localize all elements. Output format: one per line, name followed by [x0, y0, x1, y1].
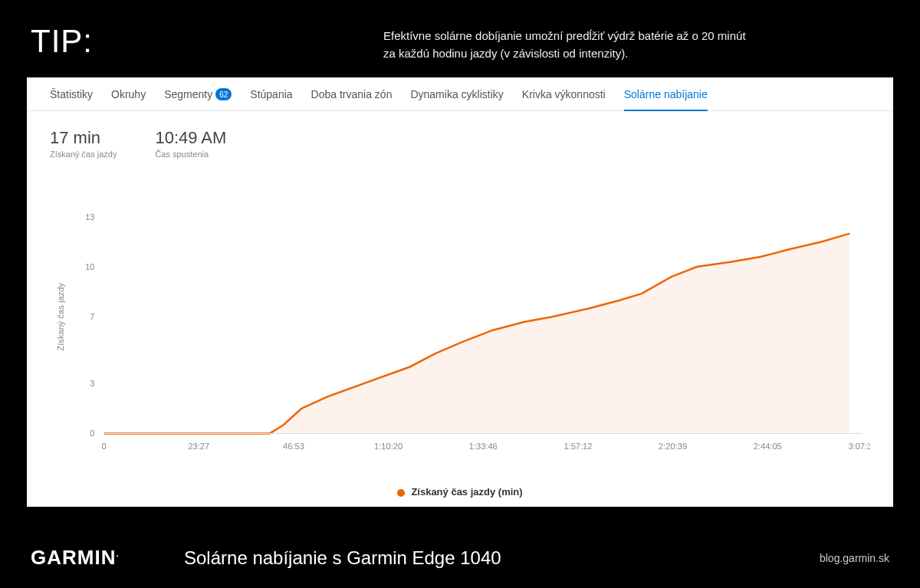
chart-card: ŠtatistikyOkruhySegmenty62StúpaniaDoba t… — [27, 77, 893, 507]
tab-dynamika-cyklistiky[interactable]: Dynamika cyklistiky — [410, 88, 503, 110]
gained-time-label: Získaný čas jazdy — [50, 149, 117, 159]
tip-text-line2: za každú hodinu jazdy (v závislosti od i… — [383, 47, 628, 60]
garmin-logo: GARMIN. — [31, 546, 184, 570]
svg-text:2:44:05: 2:44:05 — [754, 442, 782, 451]
tab-krivka-v-konnosti[interactable]: Krivka výkonnosti — [522, 88, 606, 110]
tab-st-pania[interactable]: Stúpania — [250, 88, 292, 110]
svg-text:1:57:12: 1:57:12 — [564, 442, 592, 451]
chart-area: 0371013Získaný čas jazdy023:2746:531:10:… — [50, 192, 870, 465]
svg-text:3:07:32: 3:07:32 — [848, 442, 870, 451]
tab-doba-trvania-z-n[interactable]: Doba trvania zón — [311, 88, 393, 110]
footer-title: Solárne nabíjanie s Garmin Edge 1040 — [184, 547, 820, 569]
legend-label: Získaný čas jazdy (min) — [411, 486, 522, 498]
tab-sol-rne-nab-janie[interactable]: Solárne nabíjanie — [624, 88, 708, 110]
footer-site: blog.garmin.sk — [820, 552, 889, 564]
svg-text:10: 10 — [85, 262, 94, 271]
tip-text-line1: Efektívne solárne dobíjanie umožní predĺ… — [383, 29, 746, 42]
tip-text: Efektívne solárne dobíjanie umožní predĺ… — [383, 23, 746, 62]
svg-text:3: 3 — [90, 379, 94, 388]
svg-text:2:20:39: 2:20:39 — [659, 442, 687, 451]
svg-text:46:53: 46:53 — [283, 442, 304, 451]
gained-time-value: 17 min — [50, 128, 117, 148]
start-time-value: 10:49 AM — [155, 128, 226, 148]
tab--tatistiky[interactable]: Štatistiky — [50, 88, 93, 110]
svg-text:1:10:20: 1:10:20 — [374, 442, 402, 451]
start-time-label: Čas spustenia — [155, 149, 226, 159]
brand-mark: . — [116, 549, 119, 558]
brand-text: GARMIN — [31, 546, 116, 569]
svg-text:0: 0 — [102, 442, 107, 451]
tab-okruhy[interactable]: Okruhy — [111, 88, 146, 110]
segments-badge: 62 — [215, 88, 232, 100]
svg-text:13: 13 — [85, 212, 94, 222]
legend-dot-icon — [397, 489, 405, 497]
tab-segmenty[interactable]: Segmenty62 — [164, 88, 232, 110]
svg-text:7: 7 — [90, 312, 94, 321]
svg-text:0: 0 — [90, 429, 94, 438]
svg-text:23:27: 23:27 — [188, 442, 209, 451]
tip-label: TIP: — [31, 23, 383, 60]
svg-text:Získaný čas jazdy: Získaný čas jazdy — [56, 283, 65, 351]
stats-row: 17 min Získaný čas jazdy 10:49 AM Čas sp… — [27, 111, 893, 166]
chart-legend: Získaný čas jazdy (min) — [27, 486, 893, 498]
svg-text:1:33:46: 1:33:46 — [469, 442, 498, 451]
tabs: ŠtatistikyOkruhySegmenty62StúpaniaDoba t… — [27, 77, 893, 111]
chart-svg: 0371013Získaný čas jazdy023:2746:531:10:… — [50, 192, 870, 465]
